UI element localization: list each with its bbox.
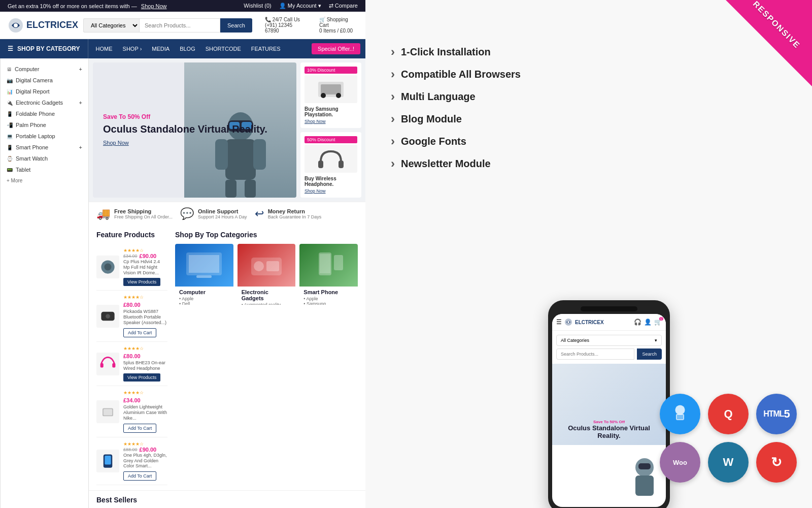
watch-icon: ⌚ — [7, 156, 13, 162]
svg-point-20 — [106, 314, 110, 319]
feature-item-4: Blog Module — [391, 108, 787, 130]
sidebar-item-palm-phone[interactable]: 📲 Palm Phone — [1, 119, 88, 131]
sidebar-item-computer[interactable]: 🖥 Computer + — [1, 64, 88, 75]
phone-menu-icon: ☰ — [556, 319, 562, 326]
shop-by-category[interactable]: ☰ SHOP BY CATEGORY — [0, 39, 88, 58]
svg-rect-28 — [189, 255, 219, 273]
nav-blog[interactable]: BLOG — [180, 46, 195, 52]
computer-icon: 🖥 — [7, 67, 12, 72]
gadgets-category-img — [238, 244, 296, 287]
tech-icon-query: Q — [708, 394, 749, 434]
svg-rect-26 — [105, 456, 111, 465]
svg-point-13 — [336, 93, 341, 98]
svg-rect-6 — [225, 180, 236, 198]
nav-shortcode[interactable]: SHORTCODE — [206, 46, 241, 52]
headphone-svg — [316, 146, 346, 172]
tech-icon-refresh: ↻ — [756, 442, 797, 483]
sidebar-item-tablet[interactable]: 📟 Tablet — [1, 164, 88, 175]
announcement-links: Wishlist (0) 👤 My Account ▾ ⇄ Compare — [244, 3, 358, 9]
feature-item-6: Newsletter Module — [391, 152, 787, 175]
product-img-5 — [96, 450, 119, 472]
view-products-btn-3[interactable]: View Products — [123, 373, 160, 382]
phone-cart-icon: 🛒0 — [654, 319, 662, 326]
category-select[interactable]: All Categories — [83, 18, 139, 33]
tablet-icon: 📟 — [7, 167, 13, 173]
tech-icon-chef — [660, 394, 700, 434]
svg-rect-29 — [196, 275, 212, 278]
tech-icon-wordpress: W — [708, 442, 749, 483]
side-card-link-1[interactable]: Shop Now — [304, 119, 357, 124]
add-cart-btn-2[interactable]: Add To Cart — [123, 328, 156, 337]
logo-icon — [8, 17, 24, 34]
sidebar-item-electronic-gadgets[interactable]: 🔌 Electronic Gadgets + — [1, 97, 88, 108]
phone-hero-title: Oculus Standalone Virtual Reality. — [557, 424, 661, 440]
view-products-btn-1[interactable]: View Products — [123, 278, 160, 286]
categories-grid: Computer • Apple• Dell• Lenovo view more… — [175, 244, 358, 305]
side-card-img-1 — [304, 75, 357, 103]
svg-rect-32 — [266, 261, 279, 271]
header-cart[interactable]: 🛒 Shopping Cart 0 Items / £0.00 — [319, 17, 358, 34]
svg-point-51 — [567, 321, 569, 323]
nav-features[interactable]: FEATURES — [251, 46, 281, 52]
support-icon: 💬 — [180, 207, 194, 220]
report-icon: 📊 — [7, 89, 13, 94]
product-img-1 — [96, 256, 119, 278]
bestsellers-section: Best Sellers ★★★★☆ £150.00 Apple iPhone … — [89, 490, 365, 508]
phone-hero-save: Save To 50% Off — [557, 420, 661, 424]
return-icon: ↩ — [255, 207, 264, 220]
laptop-icon: 💻 — [7, 134, 13, 139]
content-area: Save To 50% Off Oculus Standalone Virtua… — [89, 58, 365, 508]
feature-free-shipping: 🚚 Free Shipping Free Shipping On All Ord… — [96, 207, 173, 220]
product-img-3 — [96, 353, 119, 375]
nav-shop[interactable]: SHOP › — [123, 46, 142, 52]
sidebar-item-foldable-phone[interactable]: 📱 Foldable Phone — [1, 108, 88, 119]
shop-now-link[interactable]: Shop Now — [141, 3, 167, 9]
sidebar-item-digital-camera[interactable]: 📷 Digital Camera — [1, 75, 88, 86]
search-button[interactable]: Search — [220, 18, 252, 33]
phone-hero: Save To 50% Off Oculus Standalone Virtua… — [552, 364, 666, 445]
phone-search-row: Search — [556, 348, 662, 360]
svg-rect-34 — [320, 254, 330, 273]
sidebar-item-smartphone[interactable]: 📱 Smart Phone + — [1, 142, 88, 153]
svg-rect-24 — [104, 409, 113, 415]
computer-category-img — [175, 244, 233, 287]
phone-notch — [581, 306, 637, 311]
phone-search-input[interactable] — [556, 348, 634, 360]
svg-rect-54 — [638, 463, 651, 469]
camera-icon: 📷 — [7, 78, 13, 83]
phone-mockup: ☰ ELCTRICEX 🎧 👤 🛒0 All Categories ▾ — [548, 300, 670, 508]
phone-category-dropdown[interactable]: All Categories ▾ — [556, 335, 662, 346]
product-item-1: ★★★★☆ £34.00 £90.00 Cp Plus Hdvi4 2.4 Mp… — [96, 244, 167, 291]
tech-icons: Q HTML5 Woo W ↻ — [660, 394, 797, 483]
add-cart-btn-5[interactable]: Add To Cart — [123, 471, 156, 481]
sidebar-item-smartwatch[interactable]: ⌚ Smart Watch — [1, 153, 88, 164]
product-item-2: ★★★★☆ £80.00 Pickaoda WS887 Bluetooth Po… — [96, 291, 167, 341]
search-bar: All Categories Search — [83, 18, 252, 33]
phone-search-button[interactable]: Search — [637, 348, 662, 360]
product-img-4 — [96, 400, 119, 423]
nav-links: HOME SHOP › MEDIA BLOG SHORTCODE FEATURE… — [88, 46, 312, 52]
main-content: 🖥 Computer + 📷 Digital Camera 📊 Digital … — [0, 58, 365, 508]
svg-rect-35 — [334, 255, 343, 270]
special-offer-button[interactable]: Special Offer..! — [312, 43, 360, 54]
nav-media[interactable]: MEDIA — [152, 46, 170, 52]
responsive-badge-container: RESPONSIVE — [726, 0, 812, 86]
sidebar-more[interactable]: + More — [1, 175, 88, 186]
wishlist-link[interactable]: Wishlist (0) — [244, 3, 271, 9]
hamburger-icon: ☰ — [8, 45, 13, 52]
compare-link[interactable]: ⇄ Compare — [329, 3, 358, 9]
hero-shop-link[interactable]: Shop Now — [103, 140, 129, 146]
hero-side-card-1: 10% Discount Buy Samsung Playstation. Sh… — [300, 62, 361, 128]
svg-rect-21 — [100, 363, 104, 367]
nav-home[interactable]: HOME — [96, 46, 113, 52]
svg-rect-12 — [321, 84, 341, 94]
product-item-5: ★★★★☆ £88.00 £90.00 One Plus 4gh, D3gln,… — [96, 437, 167, 485]
sidebar-item-portable-laptop[interactable]: 💻 Portable Laptop — [1, 131, 88, 142]
side-card-link-2[interactable]: Shop Now — [304, 188, 357, 194]
top-categories-title: Shop By Top Categories — [175, 231, 358, 239]
sidebar-item-digital-report[interactable]: 📊 Digital Report — [1, 86, 88, 97]
add-cart-btn-4[interactable]: Add To Cart — [123, 424, 156, 433]
tech-icon-woo: Woo — [660, 442, 700, 483]
account-link[interactable]: 👤 My Account ▾ — [279, 3, 321, 9]
search-input[interactable] — [139, 18, 220, 33]
